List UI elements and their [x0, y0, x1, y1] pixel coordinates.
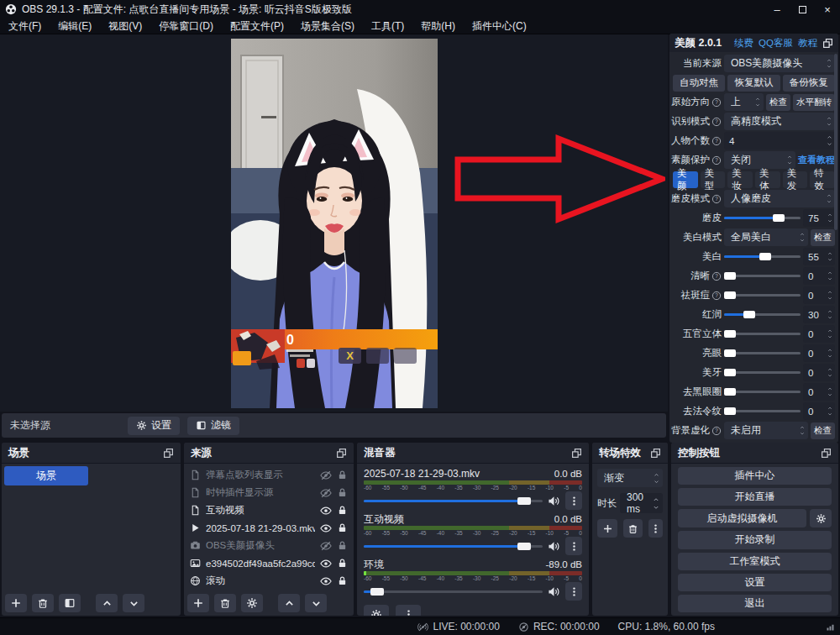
channel-menu-button[interactable]: [565, 537, 582, 555]
beauty-extra-button[interactable]: 水平翻转: [793, 94, 835, 111]
scenes-filter-button[interactable]: [59, 594, 81, 612]
control-button-5[interactable]: 设置: [678, 574, 832, 591]
beauty-link-1[interactable]: QQ客服: [759, 37, 793, 50]
volume-slider[interactable]: [364, 500, 543, 502]
beauty-slider[interactable]: [724, 364, 801, 381]
beauty-slider[interactable]: [724, 383, 801, 401]
source-row[interactable]: 时钟插件显示源: [184, 484, 354, 501]
beauty-action-button[interactable]: 恢复默认: [727, 75, 780, 92]
help-icon[interactable]: ?: [711, 271, 722, 281]
control-button-0[interactable]: 插件中心: [678, 467, 832, 485]
menu-item-2[interactable]: 视图(V): [100, 18, 150, 34]
lock-toggle[interactable]: [337, 522, 348, 533]
help-icon[interactable]: ?: [711, 136, 722, 146]
beauty-slider-value[interactable]: 55: [803, 248, 835, 265]
beauty-tab-4[interactable]: 美发: [783, 171, 808, 188]
beauty-slider[interactable]: [724, 248, 801, 265]
lock-toggle[interactable]: [337, 558, 348, 569]
sources-trash-button[interactable]: [214, 594, 236, 612]
close-button[interactable]: ×: [815, 0, 840, 18]
beauty-slider[interactable]: [724, 209, 801, 227]
menu-item-1[interactable]: 编辑(E): [50, 18, 100, 34]
whiten-mode-select[interactable]: 全局美白: [724, 228, 808, 246]
sources-plus-button[interactable]: [187, 594, 209, 612]
beauty-slider[interactable]: [724, 306, 801, 323]
beauty-tab-1[interactable]: 美型: [701, 171, 726, 188]
sources-move-down-button[interactable]: [305, 594, 327, 612]
sources-gear-button[interactable]: [241, 594, 263, 612]
beauty-slider-value[interactable]: 0: [803, 325, 835, 343]
volume-slider[interactable]: [364, 590, 543, 593]
scenes-move-down-button[interactable]: [123, 594, 144, 612]
visibility-toggle[interactable]: [320, 487, 332, 499]
visibility-toggle[interactable]: [320, 505, 332, 517]
help-icon[interactable]: ?: [711, 194, 722, 204]
beauty-extra-button[interactable]: 检查: [811, 422, 835, 439]
sources-move-up-button[interactable]: [278, 594, 300, 612]
lock-toggle[interactable]: [337, 505, 348, 516]
view-tutorial-link[interactable]: 查看教程: [798, 154, 835, 166]
menu-item-7[interactable]: 帮助(H): [412, 18, 464, 34]
source-row[interactable]: 2025-07-18 21-29-03.mkv: [184, 519, 354, 537]
channel-menu-button[interactable]: [565, 582, 582, 601]
mixer-menu-button[interactable]: [396, 605, 421, 616]
control-button-1[interactable]: 开始直播: [678, 488, 832, 506]
beauty-slider-value[interactable]: 0: [803, 286, 835, 304]
help-icon[interactable]: ?: [711, 117, 722, 127]
source-row[interactable]: OBS美颜摄像头: [184, 537, 354, 554]
beauty-link-2[interactable]: 教程: [798, 37, 817, 50]
volume-slider[interactable]: [364, 545, 543, 548]
current-source-select[interactable]: OBS美颜摄像头: [724, 55, 835, 72]
menu-item-0[interactable]: 文件(F): [0, 18, 50, 34]
source-row[interactable]: 互动视频: [184, 501, 354, 519]
beauty-slider-value[interactable]: 30: [803, 306, 835, 323]
recognition-mode-select[interactable]: 高精度模式: [724, 113, 835, 130]
add-transition-button[interactable]: [597, 519, 617, 538]
lock-toggle[interactable]: [337, 470, 348, 480]
lock-toggle[interactable]: [337, 575, 348, 586]
beauty-slider[interactable]: [724, 344, 801, 362]
popout-icon[interactable]: [822, 38, 833, 49]
menu-item-5[interactable]: 场景集合(S): [292, 18, 363, 34]
lock-toggle[interactable]: [337, 540, 348, 551]
person-count-spinner[interactable]: 4: [724, 132, 835, 150]
source-filters-button[interactable]: 滤镜: [187, 417, 239, 435]
help-icon[interactable]: ?: [711, 426, 722, 436]
visibility-toggle[interactable]: [320, 575, 332, 587]
visibility-toggle[interactable]: [320, 540, 332, 552]
scenes-move-up-button[interactable]: [96, 594, 118, 612]
maximize-button[interactable]: [790, 0, 815, 18]
control-button-2[interactable]: 启动虚拟摄像机: [678, 509, 806, 527]
beauty-slider-value[interactable]: 0: [803, 383, 835, 401]
menu-item-8[interactable]: 插件中心(C): [464, 18, 535, 34]
beauty-extra-button[interactable]: 检查: [811, 229, 835, 246]
beauty-link-0[interactable]: 续费: [734, 37, 753, 50]
beauty-slider-value[interactable]: 0: [803, 402, 835, 420]
transition-menu-button[interactable]: [648, 519, 663, 538]
beauty-extra-button[interactable]: 检查: [766, 94, 790, 111]
mixer-advanced-button[interactable]: [364, 605, 389, 616]
popout-icon[interactable]: [163, 448, 174, 459]
virtual-cam-settings-button[interactable]: [810, 509, 832, 527]
scene-item[interactable]: 场景: [4, 466, 88, 485]
help-icon[interactable]: ?: [711, 291, 722, 301]
beauty-action-button[interactable]: 自动对焦: [673, 75, 725, 92]
beauty-slider[interactable]: [724, 286, 801, 304]
help-icon[interactable]: ?: [711, 155, 722, 165]
menu-item-3[interactable]: 停靠窗口(D): [150, 18, 222, 34]
preview-canvas[interactable]: 0 X: [231, 39, 438, 408]
beauty-tab-2[interactable]: 美妆: [727, 171, 753, 188]
popout-icon[interactable]: [336, 448, 347, 459]
help-icon[interactable]: ?: [711, 97, 722, 108]
scenes-plus-button[interactable]: [5, 594, 27, 612]
channel-menu-button[interactable]: [565, 491, 582, 510]
menu-item-4[interactable]: 配置文件(P): [222, 18, 292, 34]
minimize-button[interactable]: –: [764, 0, 790, 18]
beauty-slider-value[interactable]: 0: [803, 364, 835, 381]
bg-blur-select[interactable]: 未启用: [724, 422, 808, 439]
source-settings-button[interactable]: 设置: [128, 417, 180, 435]
source-row[interactable]: e394502df49aa5fc2a99cd2e7c: [184, 554, 354, 572]
beauty-slider[interactable]: [724, 325, 801, 343]
scenes-trash-button[interactable]: [32, 594, 54, 612]
menu-item-6[interactable]: 工具(T): [363, 18, 412, 34]
